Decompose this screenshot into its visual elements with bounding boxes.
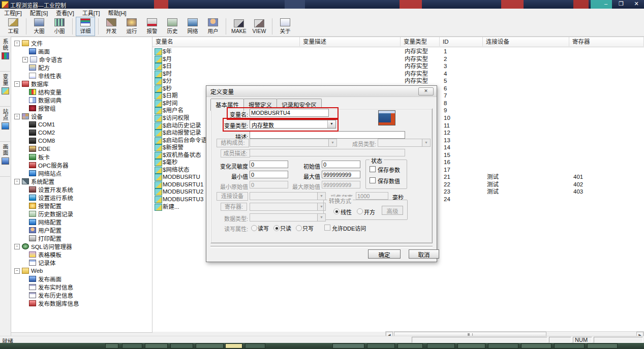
toolbar-button-project[interactable]: 工程 — [4, 17, 23, 36]
taskbar-item[interactable] — [397, 343, 423, 348]
taskbar-item[interactable] — [225, 343, 242, 348]
column-header[interactable]: ID — [440, 37, 483, 46]
description-input[interactable] — [250, 131, 405, 139]
min-value-input[interactable] — [250, 171, 288, 178]
collapse-icon[interactable]: − — [14, 268, 20, 274]
menu-item[interactable]: 工具[T] — [78, 8, 104, 17]
dialog-close-icon[interactable]: ✕ — [418, 87, 434, 96]
toolbar-button-make[interactable]: MAKE — [229, 17, 249, 36]
table-row[interactable]: $时内存实型4 — [152, 70, 644, 78]
tree-item[interactable]: 历史数据记录 — [11, 210, 152, 218]
maximize-button[interactable]: ❐ — [616, 1, 627, 7]
toolbar-button-network[interactable]: 网络 — [183, 17, 202, 36]
taskbar-item[interactable] — [488, 343, 518, 348]
taskbar-item[interactable] — [245, 343, 265, 348]
taskbar-item[interactable] — [587, 343, 618, 348]
taskbar-item[interactable] — [105, 343, 118, 348]
side-tab-variable[interactable]: 变量 — [0, 72, 10, 107]
taskbar-item[interactable] — [332, 343, 364, 348]
sensitivity-input[interactable] — [250, 161, 288, 168]
cancel-button[interactable]: 取消 — [409, 249, 439, 259]
tree-item[interactable]: 打印配置 — [11, 234, 152, 242]
tree-item[interactable]: −Web — [11, 267, 152, 275]
tree-item[interactable]: 画面 — [11, 47, 152, 55]
taskbar-item[interactable] — [196, 343, 224, 348]
column-header[interactable]: 连接设备 — [483, 37, 569, 46]
taskbar-item[interactable] — [521, 343, 551, 348]
table-row[interactable]: $日内存实型3 — [152, 62, 644, 70]
toolbar-button-history[interactable]: 历史 — [163, 17, 182, 36]
expand-icon[interactable]: + — [22, 57, 28, 62]
menu-item[interactable]: 帮助[H] — [104, 8, 131, 17]
tree-item[interactable]: −设备 — [11, 112, 152, 120]
tree-item[interactable]: 设置运行系统 — [11, 194, 152, 202]
max-value-input[interactable] — [322, 171, 360, 178]
menu-item[interactable]: 查看[V] — [52, 8, 78, 17]
tree-item[interactable]: 设置开发系统 — [11, 185, 152, 194]
side-tab-system[interactable]: 系统 — [0, 37, 10, 72]
taskbar-item[interactable] — [367, 343, 395, 348]
initial-value-input[interactable] — [322, 161, 360, 168]
collapse-icon[interactable]: − — [14, 81, 20, 87]
tree-item[interactable]: 板卡 — [11, 153, 152, 161]
table-row[interactable]: $月内存实型2 — [152, 55, 644, 63]
collapse-icon[interactable]: − — [14, 244, 20, 249]
tree-item[interactable]: +命令语言 — [11, 55, 152, 64]
side-tab-station[interactable]: 站点 — [0, 107, 10, 142]
tree-item[interactable]: COM2 — [11, 129, 152, 137]
collapse-icon[interactable]: − — [14, 41, 20, 46]
tree-item[interactable]: −SQL访问管理器 — [11, 242, 152, 250]
taskbar-item[interactable] — [554, 343, 585, 348]
save-value-checkbox[interactable] — [370, 177, 376, 183]
toolbar-button-alarm[interactable]: 报警 — [142, 17, 162, 36]
tree-item[interactable]: 数据词典 — [11, 96, 152, 104]
taskbar-item[interactable] — [457, 343, 485, 348]
toolbar-button-run[interactable]: 运行 — [122, 17, 141, 36]
tree-item[interactable]: 报警组 — [11, 104, 152, 112]
tree-item[interactable]: 报警配置 — [11, 202, 152, 210]
toolbar-button-details[interactable]: 详细 — [76, 17, 95, 36]
variable-dictionary-icon-button[interactable] — [378, 110, 395, 125]
toolbar-button-develop[interactable]: 开发 — [102, 17, 121, 36]
toolbar-button-small-icons[interactable]: 小图 — [50, 17, 69, 36]
tree-item[interactable]: DDE — [11, 145, 152, 153]
tree-item[interactable]: COM8 — [11, 137, 152, 145]
column-header[interactable]: 寄存器 — [569, 37, 644, 46]
taskbar-item[interactable] — [427, 343, 455, 348]
tree-item[interactable]: 用户配置 — [11, 226, 152, 234]
tree-item[interactable]: 网络站点 — [11, 169, 152, 177]
tree-item[interactable]: 结构变量 — [11, 88, 152, 96]
tree-item[interactable]: −数据库 — [11, 80, 152, 88]
taskbar-item[interactable] — [145, 343, 168, 348]
tree-item[interactable]: 发布实时信息 — [11, 283, 152, 291]
taskbar-item[interactable] — [122, 343, 142, 348]
save-param-checkbox[interactable] — [370, 166, 376, 172]
table-row[interactable]: $分内存实型5 — [152, 77, 644, 85]
tree-item[interactable]: 网络配置 — [11, 218, 152, 226]
collapse-icon[interactable]: − — [14, 179, 20, 184]
tree-item[interactable]: 发布数据库信息 — [11, 299, 152, 307]
tree-item[interactable]: OPC服务器 — [11, 161, 152, 169]
tree-item[interactable]: 表格模板 — [11, 250, 152, 259]
collapse-icon[interactable]: − — [14, 114, 20, 119]
ok-button[interactable]: 确定 — [368, 249, 401, 259]
menu-item[interactable]: 工程[F] — [0, 8, 26, 17]
tree-item[interactable]: 记录体 — [11, 259, 152, 267]
toolbar-button-view[interactable]: VIEW — [250, 17, 269, 36]
tree-item[interactable]: −系统配置 — [11, 177, 152, 185]
menu-item[interactable]: 配置[S] — [26, 8, 52, 17]
close-button[interactable]: ✕ — [631, 1, 642, 7]
minimize-button[interactable]: – — [600, 1, 611, 7]
side-tab-screen[interactable]: 画面 — [0, 142, 10, 177]
tree-item[interactable]: 发布历史信息 — [11, 291, 152, 299]
tree-item[interactable]: −文件 — [11, 39, 152, 47]
toolbar-button-large-icons[interactable]: 大图 — [29, 17, 49, 36]
tree-item[interactable]: 非线性表 — [11, 72, 152, 80]
column-header[interactable]: 变量类型 — [401, 37, 440, 46]
table-row[interactable]: $年内存实型1 — [152, 48, 644, 55]
column-header[interactable]: 变量名 — [152, 37, 300, 46]
tree-item[interactable]: 配方 — [11, 64, 152, 72]
tree-item[interactable]: COM1 — [11, 120, 152, 129]
toolbar-button-about[interactable]: 关于 — [275, 17, 295, 36]
toolbar-button-user[interactable]: 用户 — [203, 17, 223, 36]
